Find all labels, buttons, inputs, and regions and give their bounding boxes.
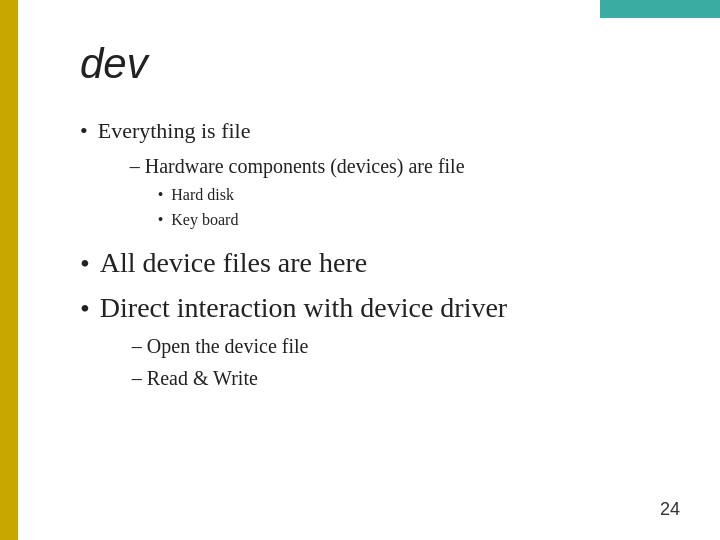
left-accent-bar [0, 0, 18, 540]
bullet-icon: • [80, 116, 88, 147]
list-item: • All device files are here [80, 244, 670, 283]
dash-prefix: – [130, 155, 145, 177]
slide-content: • Everything is file – Hardware componen… [70, 116, 670, 399]
sub-list: – Hardware components (devices) are file… [130, 151, 465, 232]
dash-text: Read & Write [147, 367, 258, 389]
bullet-icon: • [158, 183, 164, 207]
list-item: • Everything is file – Hardware componen… [80, 116, 670, 238]
dash-text: Open the device file [147, 335, 309, 357]
bullet-icon: • [80, 244, 90, 283]
bullet-icon: • [80, 289, 90, 328]
list-item: – Read & Write [132, 363, 507, 393]
list-item: – Hardware components (devices) are file [130, 151, 465, 181]
list-item: • Direct interaction with device driver … [80, 289, 670, 399]
item-text: Hard disk [171, 183, 234, 207]
dash-prefix: – [132, 335, 147, 357]
dash-prefix: – [132, 367, 147, 389]
dash-text: Hardware components (devices) are file [145, 155, 465, 177]
item-text: Everything is file [98, 118, 251, 143]
item-text: Key board [171, 208, 238, 232]
slide: dev • Everything is file – Hardware comp… [0, 0, 720, 540]
top-right-accent-bar [600, 0, 720, 18]
bullet-icon: • [158, 208, 164, 232]
page-number: 24 [660, 499, 680, 520]
sub-list: – Open the device file – Read & Write [132, 331, 507, 393]
list-item: – Open the device file [132, 331, 507, 361]
slide-title: dev [70, 40, 670, 88]
sub-sub-list: • Hard disk • Key board [158, 183, 465, 232]
item-text: All device files are here [100, 244, 367, 282]
item-text: Direct interaction with device driver [100, 292, 507, 323]
list-item: • Hard disk [158, 183, 465, 207]
list-item: • Key board [158, 208, 465, 232]
